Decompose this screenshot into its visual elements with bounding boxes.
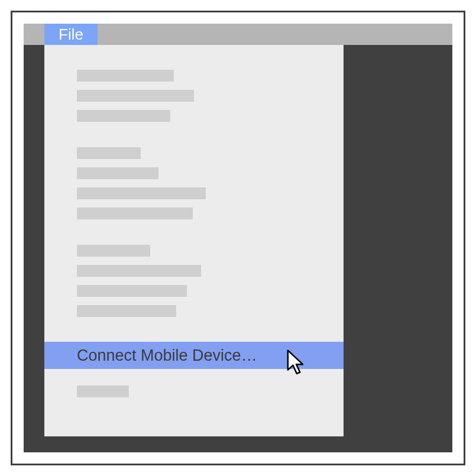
menu-item-placeholder[interactable] [77,208,193,219]
menu-item-placeholder[interactable] [77,245,150,257]
menubar: File [24,24,452,45]
app-content-area: File Connect Mobile Device… [24,24,452,452]
menu-item-placeholder[interactable] [77,187,206,199]
menu-item-placeholder[interactable] [77,386,129,397]
menu-item-placeholder[interactable] [77,305,176,317]
menubar-item-file[interactable]: File [44,24,98,45]
menu-item-label: Connect Mobile Device… [77,347,257,365]
menu-item-placeholder[interactable] [77,70,174,82]
app-window-frame: File Connect Mobile Device… [11,11,465,465]
menu-item-placeholder[interactable] [77,285,187,297]
cursor-pointer-icon [286,349,306,375]
file-dropdown-menu: Connect Mobile Device… [44,45,344,436]
menu-item-placeholder[interactable] [77,167,158,179]
menu-item-placeholder[interactable] [77,265,201,277]
menu-item-placeholder[interactable] [77,110,170,122]
menubar-item-file-label: File [59,25,83,44]
menu-item-placeholder[interactable] [77,90,194,102]
menu-item-placeholder[interactable] [77,147,141,159]
